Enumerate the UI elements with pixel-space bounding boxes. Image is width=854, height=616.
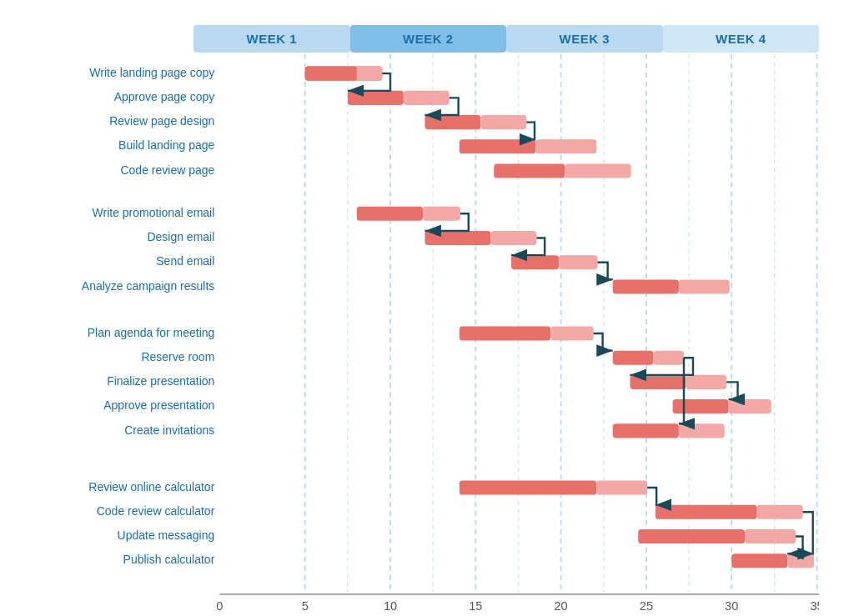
svg-rect-42: [460, 480, 596, 494]
svg-rect-40: [613, 423, 679, 438]
svg-text:15: 15: [469, 599, 482, 613]
label-update-msg: Update messaging: [118, 528, 215, 542]
svg-rect-15: [357, 66, 382, 80]
label-write-email: Write promotional email: [93, 205, 215, 218]
svg-text:5: 5: [302, 599, 309, 613]
label-design-email: Design email: [147, 230, 214, 243]
svg-rect-27: [491, 230, 537, 244]
svg-rect-38: [673, 399, 729, 413]
label-code-review-calc: Code review calculator: [97, 503, 215, 517]
label-build-landing: Build landing page: [118, 138, 214, 152]
svg-rect-28: [511, 255, 559, 269]
svg-rect-16: [348, 90, 404, 104]
label-write-landing: Write landing page copy: [89, 65, 214, 78]
svg-rect-19: [480, 115, 526, 129]
label-create-inv: Create invitations: [124, 423, 214, 436]
svg-rect-31: [679, 279, 730, 293]
svg-rect-43: [596, 480, 647, 494]
svg-rect-18: [424, 115, 480, 129]
svg-rect-48: [731, 553, 787, 568]
label-send-email: Send email: [156, 254, 214, 268]
label-approve-pres: Approve presentation: [103, 398, 214, 412]
svg-rect-29: [559, 255, 597, 269]
svg-rect-36: [630, 374, 686, 388]
label-reserve-room: Reserve room: [141, 349, 214, 363]
label-approve-copy: Approve page copy: [114, 90, 215, 103]
svg-text:35: 35: [810, 599, 819, 613]
label-publish-calc: Publish calculator: [123, 553, 215, 566]
svg-rect-34: [613, 350, 654, 364]
svg-rect-46: [638, 528, 745, 543]
svg-rect-26: [424, 230, 490, 244]
chart-container: WEEK 1 WEEK 2 WEEK 3 WEEK 4: [18, 17, 836, 600]
week4-header: WEEK 4: [663, 25, 820, 53]
week3-header: WEEK 3: [506, 25, 663, 53]
svg-text:0: 0: [216, 599, 223, 613]
svg-text:10: 10: [384, 599, 397, 613]
svg-text:30: 30: [725, 599, 738, 613]
svg-rect-17: [404, 90, 450, 104]
label-analyze: Analyze campaign results: [82, 278, 215, 292]
week-headers: WEEK 1 WEEK 2 WEEK 3 WEEK 4: [193, 25, 819, 53]
svg-rect-14: [305, 66, 357, 80]
svg-rect-41: [679, 423, 725, 438]
label-plan-agenda: Plan agenda for meeting: [88, 325, 215, 338]
label-code-review-page: Code review page: [120, 163, 214, 176]
svg-rect-25: [423, 206, 460, 220]
label-review-calc: Review online calculator: [88, 479, 214, 493]
svg-rect-32: [460, 326, 551, 340]
svg-rect-23: [565, 163, 631, 178]
svg-rect-20: [460, 139, 535, 153]
svg-rect-30: [613, 279, 679, 293]
svg-rect-39: [729, 399, 771, 413]
svg-rect-22: [494, 163, 565, 178]
svg-rect-47: [745, 528, 796, 543]
svg-rect-35: [653, 350, 684, 364]
week1-header: WEEK 1: [193, 25, 350, 53]
label-finalize-pres: Finalize presentation: [107, 374, 214, 388]
svg-rect-21: [535, 139, 596, 153]
svg-rect-33: [550, 326, 593, 340]
week2-header: WEEK 2: [350, 25, 507, 53]
gantt-chart: Write landing page copy Approve page cop…: [27, 54, 819, 617]
svg-text:25: 25: [640, 599, 653, 613]
svg-rect-37: [686, 374, 726, 388]
svg-rect-44: [656, 504, 757, 518]
svg-text:20: 20: [555, 599, 568, 613]
svg-rect-45: [757, 504, 803, 518]
svg-rect-49: [787, 553, 814, 568]
label-review-design: Review page design: [109, 114, 214, 128]
svg-rect-24: [357, 206, 423, 220]
